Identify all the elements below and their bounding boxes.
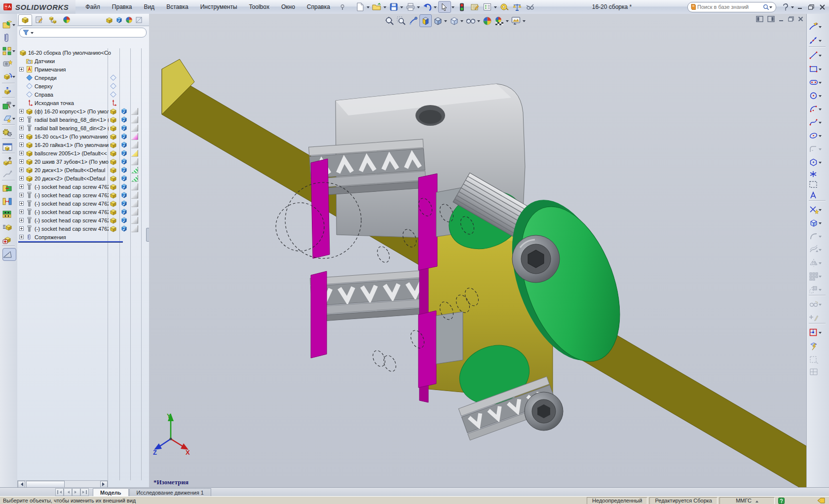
- help-icon[interactable]: [781, 2, 791, 11]
- save-dropdown[interactable]: [400, 6, 403, 10]
- search-icon[interactable]: [763, 4, 769, 10]
- move-entities-icon[interactable]: [809, 284, 828, 295]
- tree-item-front-plane[interactable]: Спереди: [17, 73, 149, 82]
- linear-sketch-pattern-icon[interactable]: [809, 270, 828, 282]
- save-button[interactable]: [388, 1, 400, 12]
- assembly-features-icon[interactable]: [2, 100, 15, 111]
- tree-item-component-bearing1[interactable]: radial ball bearing_68_din<1> (: [17, 115, 149, 124]
- move-component-icon[interactable]: [2, 85, 15, 97]
- tree-item-annotations[interactable]: Примечания: [17, 65, 149, 73]
- last-tab-button[interactable]: [80, 488, 89, 496]
- tree-item-component-screw4[interactable]: (-) socket head cap screw 4762: [17, 208, 149, 216]
- pin-icon[interactable]: [337, 1, 348, 12]
- print-dropdown[interactable]: [417, 6, 420, 10]
- expand-toggle[interactable]: [19, 134, 24, 139]
- expand-toggle[interactable]: [19, 201, 24, 206]
- view-orientation-dropdown[interactable]: [444, 20, 447, 24]
- display-pane-appearance-icon[interactable]: [124, 15, 134, 24]
- add-relation-icon[interactable]: [809, 312, 828, 324]
- mass-properties-button[interactable]: [511, 1, 523, 12]
- grid-settings-icon[interactable]: [809, 366, 828, 378]
- exploded-view-icon[interactable]: [2, 155, 15, 167]
- sketch-fillet-icon[interactable]: [809, 143, 828, 155]
- interference-detection-icon[interactable]: [2, 182, 15, 194]
- linear-component-pattern-icon[interactable]: [2, 45, 15, 57]
- tree-item-component-screw2[interactable]: (-) socket head cap screw 4762: [17, 191, 149, 199]
- expand-toggle[interactable]: [19, 109, 24, 113]
- select-button[interactable]: [438, 1, 451, 13]
- search-input[interactable]: [696, 3, 763, 10]
- rollback-bar[interactable]: [18, 241, 123, 243]
- quick-tips-icon[interactable]: [777, 498, 786, 504]
- smart-dimension-icon[interactable]: [809, 35, 828, 46]
- measure-button[interactable]: [498, 1, 510, 12]
- menu-window[interactable]: Окно: [275, 3, 301, 10]
- edit-appearance-icon[interactable]: [482, 15, 493, 27]
- expand-toggle[interactable]: [19, 235, 24, 239]
- prev-tab-button[interactable]: [64, 488, 72, 496]
- tree-item-origin[interactable]: Исходная точка: [17, 99, 149, 107]
- clearance-verification-icon[interactable]: [2, 195, 15, 207]
- measure-tool-icon[interactable]: [2, 248, 16, 261]
- view-settings-icon[interactable]: [510, 15, 522, 27]
- tree-filter[interactable]: [19, 28, 147, 37]
- tree-item-component-korpus[interactable]: (ф) 16-20 корпус<1> (По умол: [17, 107, 149, 115]
- display-relations-icon[interactable]: [809, 298, 828, 310]
- tree-item-mates[interactable]: Сопряжения: [17, 233, 149, 241]
- expand-toggle[interactable]: [19, 193, 24, 197]
- tree-item-component-screw1[interactable]: (-) socket head cap screw 4762: [17, 182, 149, 191]
- doc-minimize-icon[interactable]: [779, 16, 784, 22]
- hide-show-items-icon[interactable]: [465, 15, 477, 27]
- motion-study-icon[interactable]: [2, 141, 15, 153]
- rebuild-button[interactable]: [456, 1, 468, 12]
- display-pane-displaymode-icon[interactable]: [114, 15, 124, 24]
- tab-displaymanager[interactable]: [60, 14, 74, 26]
- display-pane-transparency-icon[interactable]: [134, 15, 144, 24]
- menu-insert[interactable]: Вставка: [160, 3, 194, 10]
- tree-item-component-screw3[interactable]: (-) socket head cap screw 4762: [17, 199, 149, 208]
- expand-toggle[interactable]: [19, 226, 24, 231]
- menu-file[interactable]: Файл: [79, 3, 106, 10]
- restore-button[interactable]: [806, 2, 816, 11]
- move-with-triad-icon[interactable]: [2, 71, 15, 82]
- open-document-button[interactable]: [371, 1, 383, 12]
- insert-component-icon[interactable]: [2, 19, 15, 31]
- display-style-dropdown[interactable]: [460, 20, 463, 24]
- filter-dropdown[interactable]: [31, 32, 34, 36]
- hide-show-items-dropdown[interactable]: [477, 20, 480, 24]
- instant2d-icon[interactable]: [809, 354, 828, 365]
- fillet-icon[interactable]: [809, 230, 828, 242]
- select-dropdown[interactable]: [452, 6, 454, 10]
- doc-close-icon[interactable]: [798, 16, 803, 22]
- options-dropdown[interactable]: [494, 6, 497, 10]
- tag-icon[interactable]: [815, 497, 827, 504]
- help-dropdown[interactable]: [791, 6, 794, 10]
- doc-restore-icon[interactable]: [788, 16, 794, 22]
- minimize-button[interactable]: [795, 2, 805, 11]
- menu-tools[interactable]: Инструменты: [194, 3, 243, 10]
- performance-evaluation-button[interactable]: [524, 1, 536, 12]
- assemblyxpert-icon[interactable]: [2, 221, 15, 233]
- tree-item-component-shkiv[interactable]: 20 шкив 37 зубов<1> (По умо: [17, 157, 149, 166]
- line-icon[interactable]: [809, 49, 828, 61]
- expand-taskpane-icon[interactable]: [767, 16, 775, 22]
- assembly-3d-model[interactable]: [149, 14, 806, 487]
- tab-motion-study-1[interactable]: Исследование движения 1: [129, 488, 211, 497]
- expand-toggle[interactable]: [19, 210, 24, 214]
- tree-item-component-disk2[interactable]: 20 диск<2> (Default<<Defaul: [17, 174, 149, 182]
- new-document-dropdown[interactable]: [367, 6, 370, 10]
- collapse-panel-icon[interactable]: [94, 17, 101, 23]
- ellipse-icon[interactable]: [809, 130, 828, 142]
- section-view-icon[interactable]: [419, 14, 432, 27]
- search-dropdown[interactable]: [769, 6, 772, 10]
- expand-toggle[interactable]: [19, 126, 24, 130]
- apply-scene-icon[interactable]: [493, 15, 505, 27]
- circle-icon[interactable]: [809, 90, 828, 102]
- new-document-button[interactable]: [354, 1, 366, 12]
- tree-item-component-screw5[interactable]: (-) socket head cap screw 4762: [17, 216, 149, 224]
- component-diagnostics-icon[interactable]: [2, 234, 15, 246]
- expand-toggle[interactable]: [19, 67, 24, 72]
- expand-toggle[interactable]: [19, 176, 24, 180]
- reference-geometry-icon[interactable]: [2, 112, 15, 124]
- file-properties-button[interactable]: [469, 1, 481, 12]
